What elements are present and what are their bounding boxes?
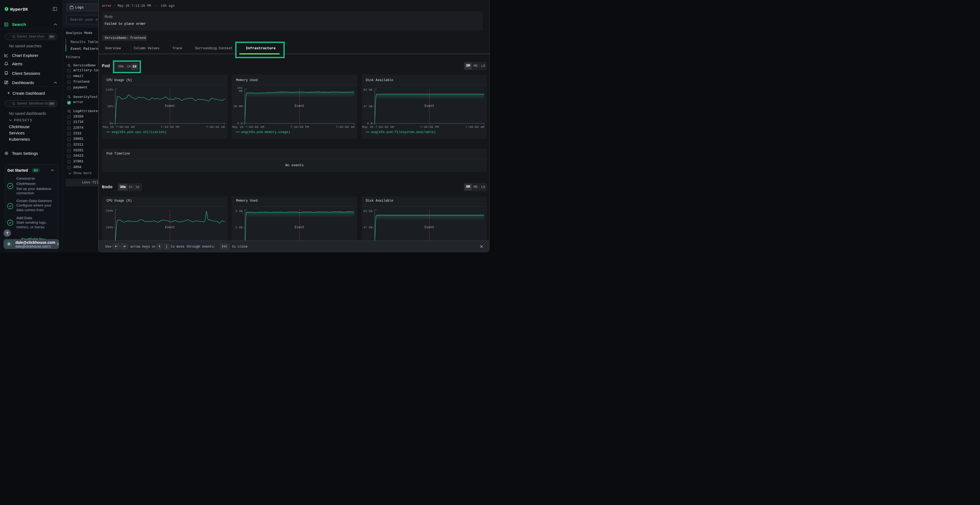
svg-text:May 26 7:00:00 AM: May 26 7:00:00 AM — [362, 125, 394, 129]
svg-text:47 GB: 47 GB — [363, 226, 372, 229]
svg-text:93 GB: 93 GB — [363, 210, 372, 213]
svg-text:60%: 60% — [108, 105, 113, 108]
svg-text:2 GB: 2 GB — [235, 226, 243, 229]
svg-text:3 GB: 3 GB — [235, 210, 243, 213]
svg-text:191: 191 — [237, 86, 243, 89]
svg-text:May 26 7:00:00 AM: May 26 7:00:00 AM — [232, 125, 264, 129]
svg-text:7:00:00 AM: 7:00:00 AM — [466, 125, 484, 129]
svg-text:7:00:00 AM: 7:00:00 AM — [336, 125, 355, 129]
svg-text:0%: 0% — [110, 122, 113, 125]
svg-text:120%: 120% — [106, 88, 113, 91]
svg-text:May 26 7:00:00 AM: May 26 7:00:00 AM — [103, 125, 134, 129]
svg-text:7:30:00 PM: 7:30:00 PM — [161, 125, 180, 129]
svg-text:7:30:00 PM: 7:30:00 PM — [420, 125, 439, 129]
svg-text:MB: MB — [239, 89, 243, 93]
svg-text:avg(k8s.pod.memory.usage): avg(k8s.pod.memory.usage) — [241, 130, 290, 134]
svg-text:7:00:00 AM: 7:00:00 AM — [206, 125, 225, 129]
svg-text:0 B: 0 B — [367, 122, 372, 125]
svg-text:Event: Event — [165, 104, 175, 108]
svg-text:Event: Event — [165, 226, 175, 229]
svg-text:100%: 100% — [106, 226, 113, 229]
svg-text:avg(k8s.pod.filesystem.availab: avg(k8s.pod.filesystem.available) — [371, 130, 436, 134]
svg-text:0 B: 0 B — [237, 122, 243, 125]
svg-text:93 GB: 93 GB — [363, 88, 372, 91]
svg-text:7:30:00 PM: 7:30:00 PM — [290, 125, 309, 129]
svg-text:47 GB: 47 GB — [363, 105, 372, 108]
svg-text:200%: 200% — [106, 209, 113, 213]
svg-text:95 MB: 95 MB — [234, 105, 243, 108]
svg-text:avg(k8s.pod.cpu.utilization): avg(k8s.pod.cpu.utilization) — [111, 130, 167, 134]
